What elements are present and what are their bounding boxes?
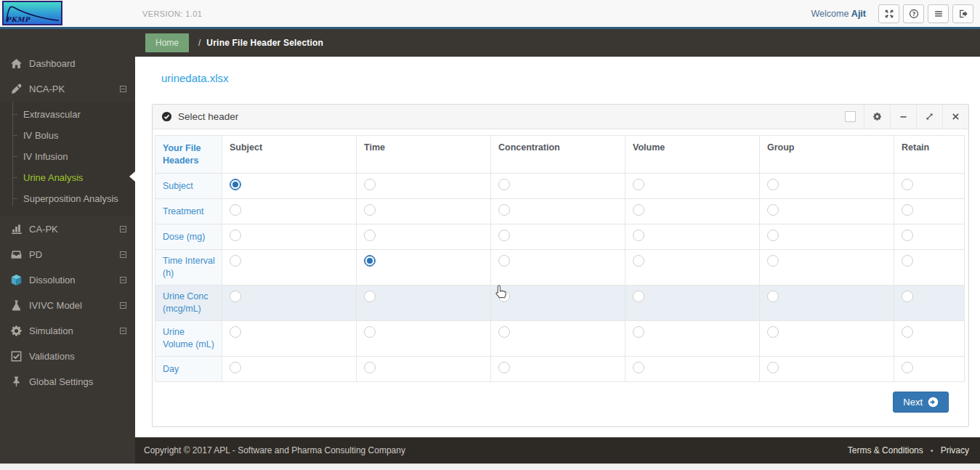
terms-link[interactable]: Terms & Conditions [848,445,923,455]
sidebar-subitem-iv-bolus[interactable]: IV Bolus [0,125,135,146]
panel-settings-button[interactable] [864,105,890,129]
table-row-treatment: Treatment [155,199,965,224]
radio-subject-time[interactable] [364,179,376,190]
column-header-subject: Subject [222,136,357,174]
cell [491,224,625,250]
radio-treatment-concentration[interactable] [498,204,510,216]
radio-urineconc-volume[interactable] [633,291,644,302]
panel-collapse-button[interactable] [890,105,916,129]
radio-urineconc-concentration[interactable] [498,291,510,302]
radio-subject-concentration[interactable] [498,179,510,190]
radio-urinevolume-subject[interactable] [230,326,241,338]
radio-treatment-subject[interactable] [230,204,241,216]
radio-day-time[interactable] [364,362,376,373]
radio-day-concentration[interactable] [498,362,510,373]
help-icon: ? [909,9,919,19]
sidebar-subitem-iv-infusion[interactable]: IV Infusion [0,146,135,167]
radio-timeinterval-subject[interactable] [230,255,241,267]
radio-treatment-group[interactable] [767,204,779,216]
help-button[interactable]: ? [903,4,924,23]
menu-button[interactable] [928,4,949,23]
radio-day-subject[interactable] [230,362,241,373]
expand-toggle-icon[interactable] [120,302,126,309]
sidebar-item-ivivc-model[interactable]: IVIVC Model [0,293,135,318]
radio-urinevolume-volume[interactable] [633,326,644,338]
logout-button[interactable] [952,4,973,23]
radio-treatment-volume[interactable] [633,204,644,216]
radio-urineconc-retain[interactable] [902,291,913,302]
expand-toggle-icon[interactable] [120,277,126,283]
cell [357,285,491,321]
expand-toggle-icon[interactable] [120,226,126,232]
dropper-icon [10,83,23,95]
radio-timeinterval-time[interactable] [364,255,376,267]
radio-urinevolume-retain[interactable] [902,326,913,338]
fullscreen-button[interactable] [878,4,899,23]
radio-timeinterval-volume[interactable] [633,255,644,267]
sidebar-item-dashboard[interactable]: Dashboard [0,51,135,76]
radio-dose-group[interactable] [767,230,779,241]
cube-icon [10,274,23,286]
expand-toggle-icon[interactable] [120,328,126,334]
sidebar-item-validations[interactable]: Validations [0,344,135,369]
cell [760,285,894,321]
privacy-link[interactable]: Privacy [941,445,969,455]
sidebar-item-global-settings[interactable]: Global Settings [0,369,135,394]
radio-urineconc-group[interactable] [767,291,779,302]
cell [625,224,760,250]
radio-urinevolume-concentration[interactable] [498,326,510,338]
radio-dose-time[interactable] [364,230,376,241]
radio-urinevolume-time[interactable] [364,326,376,338]
radio-urineconc-subject[interactable] [230,291,241,302]
radio-dose-subject[interactable] [230,230,241,241]
radio-dose-retain[interactable] [902,230,913,241]
sidebar: Dashboard NCA-PK Extravascular IV Bolus … [0,29,135,463]
sidebar-item-simulation[interactable]: Simulation [0,318,135,344]
sidebar-item-ca-pk[interactable]: CA-PK [0,216,135,242]
cell [894,357,965,382]
sidebar-item-label: IVIVC Model [29,300,82,311]
sidebar-subitem-urine-analysis[interactable]: Urine Analysis [0,167,135,188]
radio-subject-retain[interactable] [902,179,913,190]
breadcrumb-home-button[interactable]: Home [145,33,189,52]
bar-chart-icon [10,223,23,235]
next-button[interactable]: Next [893,392,949,413]
collapse-toggle-icon[interactable] [120,86,126,92]
sidebar-item-dissolution[interactable]: Dissolution [0,267,135,293]
expand-icon [925,112,934,121]
panel-close-button[interactable] [942,105,968,129]
radio-dose-volume[interactable] [633,230,644,241]
panel-checkbox[interactable] [837,105,864,129]
panel-expand-button[interactable] [916,105,942,129]
radio-subject-group[interactable] [767,179,779,190]
topbar-actions: Welcome Ajit ? [811,0,974,27]
cell [625,285,760,321]
column-header-concentration: Concentration [491,136,625,174]
menu-icon [934,9,944,19]
row-label: Urine Conc (mcg/mL) [155,285,222,321]
cell [491,357,625,382]
radio-subject-subject[interactable] [230,179,241,190]
radio-day-volume[interactable] [633,362,644,373]
file-name-link[interactable]: urinedata.xlsx [161,72,229,84]
sidebar-subitem-superposition-analysis[interactable]: Superposition Analysis [0,188,135,209]
radio-day-group[interactable] [767,362,779,373]
sidebar-subitem-extravascular[interactable]: Extravascular [0,104,135,125]
expand-toggle-icon[interactable] [120,251,126,258]
sidebar-item-label: Global Settings [29,376,93,387]
radio-urinevolume-group[interactable] [767,326,779,338]
inbox-icon [10,248,23,261]
radio-treatment-retain[interactable] [902,204,913,216]
header-mapping-table: Your File Headers Subject Time Concentra… [155,135,965,382]
sidebar-item-label: CA-PK [29,224,58,235]
radio-subject-volume[interactable] [633,179,644,190]
sidebar-item-pd[interactable]: PD [0,242,135,267]
radio-treatment-time[interactable] [364,204,376,216]
radio-timeinterval-retain[interactable] [902,255,913,267]
radio-timeinterval-concentration[interactable] [498,255,510,267]
sidebar-item-nca-pk[interactable]: NCA-PK [0,76,135,102]
radio-dose-concentration[interactable] [498,230,510,241]
radio-urineconc-time[interactable] [364,291,376,302]
radio-timeinterval-group[interactable] [767,255,779,267]
radio-day-retain[interactable] [902,362,913,373]
